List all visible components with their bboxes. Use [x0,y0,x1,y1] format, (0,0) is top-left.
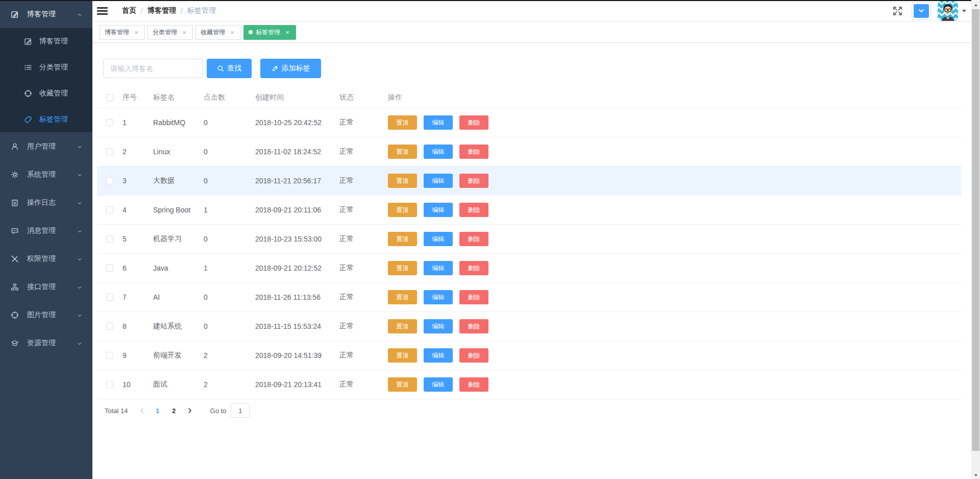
edit-button[interactable]: 编辑 [424,348,453,363]
cell-status: 正常 [339,176,388,185]
row-checkbox[interactable] [106,119,113,126]
edit-button[interactable]: 编辑 [424,319,453,333]
search-button[interactable]: 查找 [207,59,252,78]
edit-button[interactable]: 编辑 [424,115,453,130]
next-page-button[interactable] [182,408,198,414]
edit-button[interactable]: 编辑 [424,232,453,246]
pin-top-button[interactable]: 置顶 [388,261,417,275]
sidebar-item-image[interactable]: 图片管理 [0,301,92,329]
scrollbar-thumb[interactable] [972,9,979,451]
tab-category[interactable]: 分类管理× [148,25,193,40]
delete-button[interactable]: 删除 [459,145,488,159]
avatar[interactable] [938,1,958,21]
close-icon[interactable]: × [229,29,236,36]
delete-button[interactable]: 删除 [459,174,488,188]
row-checkbox[interactable] [106,352,113,359]
row-checkbox[interactable] [106,235,113,243]
tab-tag[interactable]: 标签管理× [243,25,296,40]
sidebar-item-api[interactable]: 接口管理 [0,273,92,301]
row-checkbox[interactable] [106,148,113,155]
delete-button[interactable]: 删除 [459,377,488,392]
add-tag-button-label: 添加标签 [282,64,310,73]
pin-top-button[interactable]: 置顶 [388,115,417,130]
close-icon[interactable]: × [181,29,188,36]
user-icon [11,142,19,151]
scroll-up-icon[interactable] [971,1,980,9]
pin-top-button[interactable]: 置顶 [388,290,417,304]
chevron-down-icon [77,312,83,318]
pin-top-button[interactable]: 置顶 [388,319,417,333]
table-row: 7AI02018-11-26 11:13:56正常置顶编辑删除 [97,283,961,312]
pin-top-button[interactable]: 置顶 [388,145,417,159]
sidebar-item-blog[interactable]: 博客管理 [0,28,92,54]
cell-index: 1 [122,118,153,127]
sidebar-item-user[interactable]: 用户管理 [0,132,92,160]
edit-button[interactable]: 编辑 [424,377,453,392]
cell-tag-name: Spring Boot [153,206,204,214]
breadcrumb-item[interactable]: 博客管理 [148,6,176,15]
chevron-down-icon [77,228,83,234]
close-icon[interactable]: × [133,29,140,36]
page-button-2[interactable]: 2 [168,407,180,415]
add-tag-button[interactable]: 添加标签 [260,59,321,78]
scroll-down-icon[interactable] [971,471,980,479]
row-checkbox[interactable] [106,206,113,213]
scrollbar[interactable] [971,0,980,479]
goto-page-input[interactable] [231,403,250,418]
delete-button[interactable]: 删除 [459,319,488,333]
sidebar-item-favorite[interactable]: 收藏管理 [0,80,92,106]
delete-button[interactable]: 删除 [459,203,488,217]
pin-top-button[interactable]: 置顶 [388,348,417,363]
pin-top-button[interactable]: 置顶 [388,232,417,246]
sidebar-item-message[interactable]: 消息管理 [0,217,92,245]
tab-favorite[interactable]: 收藏管理× [195,25,241,40]
caret-down-icon[interactable] [962,10,966,14]
delete-button[interactable]: 删除 [459,261,488,275]
row-checkbox[interactable] [106,294,113,301]
delete-button[interactable]: 删除 [459,290,488,304]
chevron-down-icon [77,172,83,178]
pin-top-button[interactable]: 置顶 [388,377,417,392]
topbar-right [892,1,971,21]
sidebar-item-log[interactable]: 操作日志 [0,188,92,217]
cell-index: 4 [122,206,153,214]
delete-button[interactable]: 删除 [459,232,488,246]
edit-button[interactable]: 编辑 [424,174,453,188]
cell-index: 2 [122,148,153,156]
row-checkbox[interactable] [106,381,113,388]
prev-page-button[interactable] [134,408,150,414]
sidebar-item-tag[interactable]: 标签管理 [0,106,92,132]
sidebar-item-blog-group[interactable]: 博客管理 [0,0,92,28]
select-all-checkbox[interactable] [106,94,113,101]
fullscreen-icon[interactable] [892,6,903,16]
chevron-down-icon [77,340,83,346]
search-button-label: 查找 [227,64,241,73]
row-checkbox[interactable] [106,265,113,272]
close-icon[interactable]: × [284,29,291,36]
tab-label: 分类管理 [153,28,177,37]
breadcrumb-item[interactable]: 首页 [122,6,136,15]
delete-button[interactable]: 删除 [459,348,488,363]
header-dropdown-button[interactable] [912,2,931,20]
sidebar-item-resource[interactable]: 资源管理 [0,329,92,357]
edit-button[interactable]: 编辑 [424,203,453,217]
pin-top-button[interactable]: 置顶 [388,174,417,188]
delete-button[interactable]: 删除 [459,115,488,130]
sidebar-item-category[interactable]: 分类管理 [0,54,92,80]
row-checkbox[interactable] [106,177,113,184]
tab-blog[interactable]: 博客管理× [100,25,145,40]
edit-button[interactable]: 编辑 [424,290,453,304]
search-input[interactable] [103,59,203,78]
breadcrumb-separator: / [181,7,183,15]
edit-button[interactable]: 编辑 [424,261,453,275]
education-icon [11,339,19,347]
row-checkbox[interactable] [106,323,113,330]
edit-button[interactable]: 编辑 [424,145,453,159]
hamburger-icon[interactable] [92,7,113,15]
sidebar-item-permission[interactable]: 权限管理 [0,245,92,273]
page-button-1[interactable]: 1 [152,407,163,415]
sidebar-item-system[interactable]: 系统管理 [0,160,92,188]
content: 查找 添加标签 序号标签名点击数创建时间状态操作1RabbitMQ02018-1… [92,43,971,418]
tools-icon [11,255,19,263]
pin-top-button[interactable]: 置顶 [388,203,417,217]
